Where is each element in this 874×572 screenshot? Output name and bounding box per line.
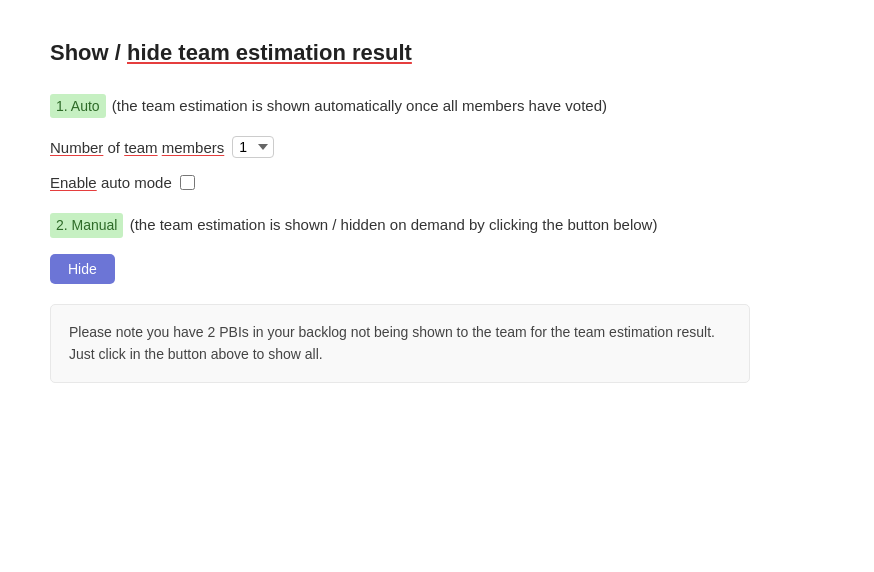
members-row: Number of team members 1 2 3 4 5 6 7 8 9… [50, 136, 824, 158]
manual-badge: 2. Manual [50, 213, 123, 237]
members-dropdown[interactable]: 1 2 3 4 5 6 7 8 9 10 [232, 136, 274, 158]
manual-section: 2. Manual (the team estimation is shown … [50, 213, 824, 237]
page-title: Show / hide team estimation result [50, 40, 824, 66]
members-label: Number of team members [50, 139, 224, 156]
auto-mode-checkbox[interactable] [180, 175, 195, 190]
enable-label: Enable auto mode [50, 174, 172, 191]
auto-badge: 1. Auto [50, 94, 106, 118]
auto-section: 1. Auto (the team estimation is shown au… [50, 94, 824, 118]
note-text: Please note you have 2 PBIs in your back… [69, 324, 715, 362]
enable-auto-row: Enable auto mode [50, 174, 824, 191]
hide-button[interactable]: Hide [50, 254, 115, 284]
manual-description: (the team estimation is shown / hidden o… [125, 216, 657, 233]
note-box: Please note you have 2 PBIs in your back… [50, 304, 750, 383]
auto-description: (the team estimation is shown automatica… [108, 97, 607, 114]
